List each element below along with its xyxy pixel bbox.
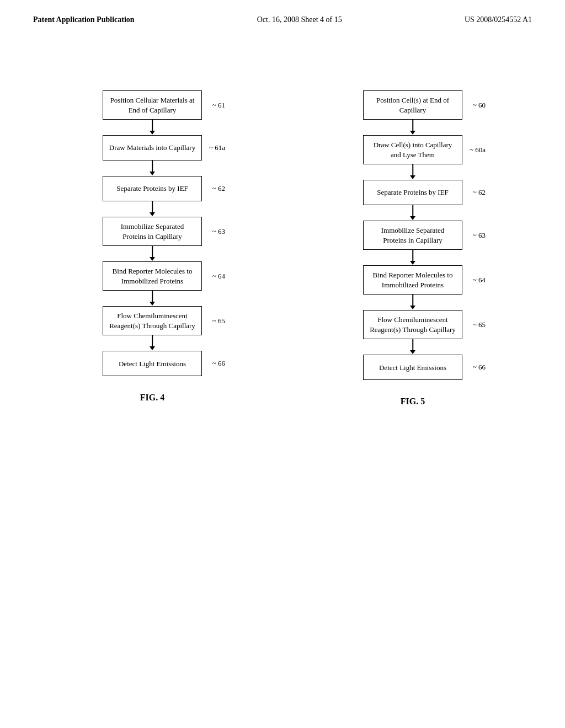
fig4-box-65: Flow Chemiluminescent Reagent(s) Through…	[103, 306, 202, 335]
fig5-label-64: ~ 64	[473, 276, 486, 285]
fig5-box-66: Detect Light Emissions	[363, 355, 462, 380]
fig4-box-61a: Draw Materials into Capillary	[103, 135, 202, 160]
publication-label: Patent Application Publication	[33, 15, 135, 24]
fig4-step-63: Immobilize Separated Proteins in Capilla…	[103, 217, 202, 246]
fig4-box-64: Bind Reporter Molecules to Immobilized P…	[103, 261, 202, 291]
page-header: Patent Application Publication Oct. 16, …	[0, 0, 565, 24]
fig4-step-65: Flow Chemiluminescent Reagent(s) Through…	[103, 306, 202, 335]
fig5-step-66: Detect Light Emissions ~ 66	[363, 355, 462, 380]
patent-number-label: US 2008/0254552 A1	[465, 15, 532, 24]
fig4-label-61a: ~ 61a	[209, 143, 225, 152]
fig5-box-64: Bind Reporter Molecules to Immobilized P…	[363, 265, 462, 295]
fig4-box-62: Separate Proteins by IEF	[103, 176, 202, 201]
fig4-label-64: ~ 64	[212, 272, 225, 281]
fig5-step-64: Bind Reporter Molecules to Immobilized P…	[363, 265, 462, 295]
fig4-step-64: Bind Reporter Molecules to Immobilized P…	[103, 261, 202, 291]
fig4-label-61: ~ 61	[212, 101, 225, 110]
fig5-step-62: Separate Proteins by IEF ~ 62	[363, 180, 462, 205]
fig4-step-61a: Draw Materials into Capillary ~ 61a	[103, 135, 202, 160]
fig5-box-62: Separate Proteins by IEF	[363, 180, 462, 205]
fig4-step-66: Detect Light Emissions ~ 66	[103, 351, 202, 376]
fig4-flowchart: Position Cellular Materials at End of Ca…	[92, 90, 213, 403]
fig4-step-62: Separate Proteins by IEF ~ 62	[103, 176, 202, 201]
fig5-box-60: Position Cell(s) at End of Capillary	[363, 90, 462, 120]
fig4-label: FIG. 4	[140, 393, 164, 403]
fig4-step-61: Position Cellular Materials at End of Ca…	[103, 90, 202, 120]
fig4-label-65: ~ 65	[212, 317, 225, 325]
fig5-step-60a: Draw Cell(s) into Capillary and Lyse The…	[363, 135, 462, 164]
fig5-label-62: ~ 62	[473, 188, 486, 197]
date-sheet-label: Oct. 16, 2008 Sheet 4 of 15	[257, 15, 342, 24]
fig5-step-65: Flow Chemiluminescent Reagent(s) Through…	[363, 310, 462, 339]
fig4-label-63: ~ 63	[212, 227, 225, 236]
fig5-label-60a: ~ 60a	[470, 146, 486, 154]
fig4-label-62: ~ 62	[212, 184, 225, 193]
fig5-label-63: ~ 63	[473, 231, 486, 240]
fig5-label: FIG. 5	[401, 397, 425, 406]
fig5-box-60a: Draw Cell(s) into Capillary and Lyse The…	[363, 135, 462, 164]
fig5-box-63: Immobilize Separated Proteins in Capilla…	[363, 221, 462, 250]
fig5-flowchart: Position Cell(s) at End of Capillary ~ 6…	[352, 90, 473, 406]
fig5-label-66: ~ 66	[473, 363, 486, 372]
fig5-label-65: ~ 65	[473, 320, 486, 329]
fig4-box-61: Position Cellular Materials at End of Ca…	[103, 90, 202, 120]
content-area: Position Cellular Materials at End of Ca…	[0, 24, 565, 429]
fig5-step-63: Immobilize Separated Proteins in Capilla…	[363, 221, 462, 250]
fig5-box-65: Flow Chemiluminescent Reagent(s) Through…	[363, 310, 462, 339]
fig4-label-66: ~ 66	[212, 359, 225, 368]
fig5-step-60: Position Cell(s) at End of Capillary ~ 6…	[363, 90, 462, 120]
fig4-box-66: Detect Light Emissions	[103, 351, 202, 376]
fig4-box-63: Immobilize Separated Proteins in Capilla…	[103, 217, 202, 246]
fig5-label-60: ~ 60	[473, 101, 486, 110]
